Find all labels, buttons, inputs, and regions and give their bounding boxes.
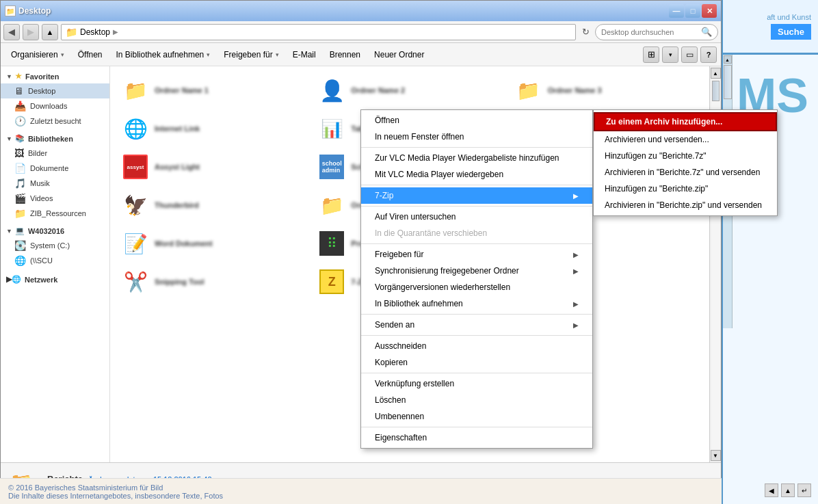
sidebar-item-downloads[interactable]: 📥 Downloads [1, 98, 109, 114]
scroll-up-arrow-right[interactable]: ▲ [781, 483, 795, 497]
file-item-word[interactable]: 📝 Word Dokument [117, 226, 309, 261]
ctx-share-arrow: ▶ [573, 251, 579, 258]
library-button[interactable]: In Bibliothek aufnehmen ▾ [110, 45, 217, 64]
title-bar-left: 📁 Desktop [5, 5, 51, 16]
file-item-scissors[interactable]: ✂️ Snipping Tool [117, 265, 309, 299]
maximize-button[interactable]: □ [685, 4, 700, 18]
help-button[interactable]: ? [700, 47, 717, 63]
file-item-name: Assyst Light [155, 163, 304, 171]
sidebar-item-system[interactable]: 💽 System (C:) [1, 238, 109, 253]
scroll-down-arrow[interactable]: ▼ [711, 450, 721, 461]
music-label: Musik [30, 179, 50, 187]
computer-header[interactable]: ▼ 💻 W4032016 [1, 224, 109, 238]
submenu-add-7z[interactable]: Hinzufügen zu "Berichte.7z" [594, 148, 777, 164]
downloads-icon: 📥 [14, 101, 26, 111]
address-path[interactable]: 📁 Desktop ▶ [61, 24, 576, 40]
ctx-library[interactable]: In Bibliothek aufnehmen ▶ [361, 295, 592, 312]
ctx-rename[interactable]: Umbenennen [361, 408, 592, 425]
path-text: Desktop [80, 27, 110, 37]
file-item[interactable]: 📁 Ordner Name 1 [117, 73, 309, 107]
ctx-send-arrow: ▶ [573, 321, 579, 329]
library-folder-icon: 📚 [15, 134, 25, 143]
share-button[interactable]: Freigeben für ▾ [217, 45, 285, 64]
ctx-shortcut[interactable]: Verknüpfung erstellen [361, 375, 592, 392]
preview-button[interactable]: ▭ [681, 47, 698, 63]
scroll-up-arrow[interactable]: ▲ [711, 68, 721, 79]
views-dropdown[interactable]: ▾ [662, 47, 678, 63]
file-item-name: Internet Link [155, 124, 304, 133]
ctx-send[interactable]: Senden an ▶ [361, 317, 592, 333]
up-button[interactable]: ▲ [42, 24, 58, 40]
new-folder-button[interactable]: Neuer Ordner [368, 45, 430, 64]
sidebar-item-zib[interactable]: 📁 ZIB_Ressourcen [1, 206, 109, 221]
close-button[interactable]: ✕ [702, 4, 717, 18]
submenu-archive-zip-send[interactable]: Archivieren in "Berichte.zip" und versen… [594, 197, 777, 213]
scroll-down-arrow-right[interactable]: ↵ [797, 483, 811, 497]
scroll-left-arrow[interactable]: ◀ [765, 483, 778, 497]
sidebar-item-recent[interactable]: 🕐 Zuletzt besucht [1, 114, 109, 129]
refresh-button[interactable]: ↻ [579, 24, 592, 40]
back-button[interactable]: ◀ [3, 24, 20, 40]
ctx-sync[interactable]: Synchronisierung freigegebener Ordner ▶ [361, 263, 592, 279]
libraries-header[interactable]: ▼ 📚 Bibliotheken [1, 131, 109, 146]
submenu-archive-7z-send[interactable]: Archivieren in "Berichte.7z" und versend… [594, 164, 777, 181]
ctx-vlc-play[interactable]: Mit VLC Media Player wiedergeben [361, 166, 592, 183]
ctx-cut[interactable]: Ausschneiden [361, 338, 592, 354]
thunderbird-icon: 🦅 [122, 191, 149, 219]
ctx-copy[interactable]: Kopieren [361, 354, 592, 371]
libraries-label: Bibliotheken [28, 135, 73, 143]
scroll-thumb[interactable] [712, 81, 720, 101]
search-button[interactable]: Suche [771, 24, 811, 40]
sidebar-item-videos[interactable]: 🎬 Videos [1, 191, 109, 206]
file-item[interactable]: 📁 Ordner Name 3 [510, 73, 702, 107]
ctx-properties-label: Eigenschaften [375, 433, 427, 442]
file-item-assyst[interactable]: assyst Assyst Light [117, 150, 309, 184]
file-item[interactable]: 🌐 Internet Link [117, 111, 309, 146]
minimize-button[interactable]: — [669, 4, 684, 18]
ctx-scan[interactable]: Auf Viren untersuchen [361, 209, 592, 225]
favorites-header[interactable]: ▼ ★ Favoriten [1, 69, 109, 83]
context-menu: Öffnen In neuem Fenster öffnen Zur VLC M… [360, 109, 593, 449]
sidebar-item-music[interactable]: 🎵 Musik [1, 176, 109, 191]
ctx-7zip[interactable]: 7-Zip ▶ [361, 187, 592, 204]
libraries-arrow: ▼ [6, 135, 12, 142]
sidebar-item-pictures[interactable]: 🖼 Bilder [1, 146, 109, 161]
computer-label: W4032016 [28, 227, 64, 235]
ctx-open-label: Öffnen [375, 116, 399, 125]
forward-button[interactable]: ▶ [23, 24, 39, 40]
ctx-share[interactable]: Freigeben für ▶ [361, 246, 592, 263]
network-drive-icon: 🌐 [14, 255, 26, 266]
ctx-delete[interactable]: Löschen [361, 392, 592, 408]
submenu-add-archive[interactable]: Zu einem Archiv hinzufügen... [594, 112, 777, 131]
school-icon: schooladmin [318, 153, 345, 181]
email-label: E-Mail [293, 50, 316, 59]
ctx-restore[interactable]: Vorgängerversionen wiederherstellen [361, 279, 592, 295]
submenu-archive-7z-send-label: Archivieren in "Berichte.7z" und versend… [605, 168, 760, 177]
sidebar-item-network-drive[interactable]: 🌐 (\\SCU [1, 253, 109, 268]
burn-button[interactable]: Brennen [324, 45, 367, 64]
ctx-open[interactable]: Öffnen [361, 112, 592, 129]
file-item-thunderbird[interactable]: 🦅 Thunderbird [117, 188, 309, 222]
search-input[interactable] [601, 28, 698, 36]
submenu-add-zip[interactable]: Hinzufügen zu "Berichte.zip" [594, 181, 777, 197]
file-item-info: Ordner Name 1 [155, 86, 304, 94]
sidebar-item-desktop[interactable]: 🖥 Desktop [1, 83, 109, 98]
pictures-label: Bilder [28, 149, 47, 157]
assyst-icon: assyst [122, 153, 149, 181]
email-button[interactable]: E-Mail [287, 45, 322, 64]
title-bar: 📁 Desktop — □ ✕ [1, 1, 721, 21]
sidebar-item-documents[interactable]: 📄 Dokumente [1, 161, 109, 176]
file-item[interactable]: 👤 Ordner Name 2 [313, 73, 505, 107]
open-button[interactable]: Öffnen [72, 45, 109, 64]
view-button[interactable]: ⊞ [643, 47, 659, 63]
window-title: Desktop [18, 6, 51, 16]
submenu-archive-send[interactable]: Archivieren und versenden... [594, 131, 777, 148]
file-icon: 📁 [318, 191, 345, 219]
organize-button[interactable]: Organisieren ▾ [5, 45, 70, 64]
network-header[interactable]: ▶ 🌐 Netzwerk [1, 271, 109, 288]
ctx-properties[interactable]: Eigenschaften [361, 429, 592, 446]
ctx-sep-3 [361, 206, 592, 207]
file-icon: 📁 [515, 77, 542, 104]
ctx-open-new[interactable]: In neuem Fenster öffnen [361, 129, 592, 145]
ctx-vlc-add[interactable]: Zur VLC Media Player Wiedergabeliste hin… [361, 150, 592, 166]
